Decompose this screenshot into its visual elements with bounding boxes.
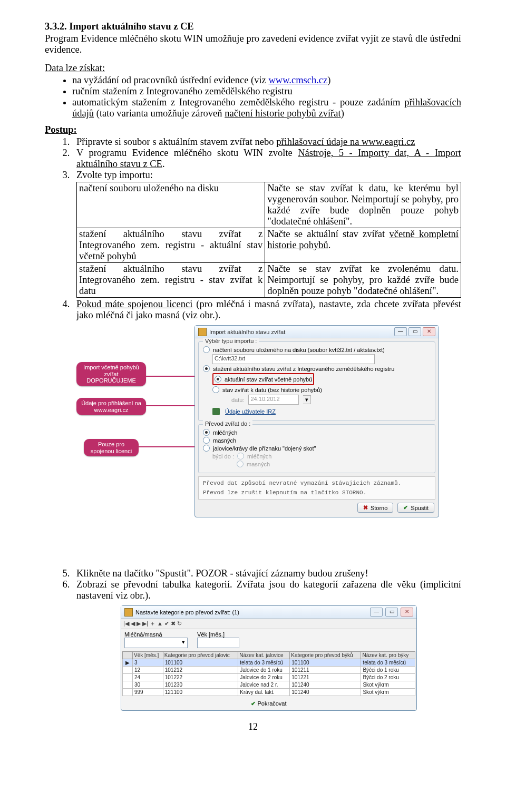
spustit-button[interactable]: ✔ Spustit [397,503,434,513]
check-icon-2: ✔ [251,700,256,707]
radio-byci-masnych-label: masných [247,461,270,467]
radio-jalovice[interactable] [203,445,210,452]
radio-izr-kdatu-row[interactable]: stav zvířat k datu (bez historie pohybů) [212,386,431,393]
select-mlecna[interactable]: ▾ [124,638,188,648]
th-2[interactable]: Název kat. jalovice [238,652,290,659]
bullet-1: na vyžádání od pracovníků ústřední evide… [72,75,461,86]
dialog2-titlebar[interactable]: Nastavte kategorie pro převod zvířat: (1… [121,606,416,619]
table-r2c1: stažení aktuálního stavu zvířat z Integr… [77,228,265,263]
cell: Krávy dal. lakt. [238,689,290,696]
radio-jalovice-label: jalovice/krávy dle příznaku "dojený skot… [213,445,316,452]
highlight-actual-row: aktuální stav zvířat včetně pohybů [212,373,314,385]
radio-jalovice-row[interactable]: jalovice/krávy dle příznaku "dojený skot… [203,445,431,452]
callout-import-pohyby: Import včetně pohybů zvířat DOPORUČUJEME [76,362,146,386]
callout-3-text: Pouze pro spojenou licenci [91,441,132,454]
minimize-button[interactable]: — [394,327,407,336]
cell: Býčci do 2 roku [361,674,415,681]
import-type-table: načtení souboru uloženého na disku Načte… [76,182,461,298]
table-row[interactable]: 24 101222 Jalovice do 2 roku 101221 Býčc… [123,674,415,681]
dialog-title: Import aktuálního stavu zvířat [209,329,392,335]
cell: 101221 [290,674,361,681]
msg-line-2: Převod lze zrušit klepnutím na tlačítko … [203,490,431,496]
close-button-2[interactable]: ✕ [401,608,413,617]
maximize-button[interactable]: ▭ [408,327,421,336]
step-3: Zvolte typ importu: načtení souboru ulož… [72,170,461,298]
table-row[interactable]: 12 101212 Jalovice do 1 roku 101211 Býčc… [123,667,415,674]
bullet-3-pre: automatickým stažením z Integrovaného ze… [72,97,404,107]
radio-file-row[interactable]: načtení souboru uloženého na disku (soub… [203,346,431,353]
radio-izr[interactable] [203,365,210,372]
radio-masnych-label: masných [213,437,236,444]
radio-mlecnych-row[interactable]: mléčných [203,429,431,436]
check-icon: ✔ [403,504,408,511]
cell: 101240 [290,689,361,696]
date-picker-button[interactable]: ▾ [303,395,311,404]
byci-label: býci do : [212,453,234,459]
irz-link[interactable]: Údaje uživatele IRZ [225,408,276,415]
cell: telata do 3 měsíců [361,659,415,667]
date-input[interactable]: 24.10.2012 [248,395,299,405]
cell: 121100 [163,689,238,696]
radio-izr-actual-row[interactable]: aktuální stav zvířat včetně pohybů [215,376,312,383]
postup-label: Postup: [45,124,461,135]
radio-izr-actual[interactable] [215,376,221,383]
path-input[interactable]: C:\kvtt32.txt [212,354,375,364]
radio-file[interactable] [203,346,210,353]
cell: telata do 3 měsíců [238,659,290,667]
close-button[interactable]: ✕ [423,327,435,336]
dialog-titlebar[interactable]: Import aktuálního stavu zvířat — ▭ ✕ [195,326,439,338]
dialog2-navbar[interactable]: |◀ ◀ ▶ ▶| ＋ ▲ ✔ ✖ ↻ [121,619,416,629]
table-row[interactable]: 999 121100 Krávy dal. lakt. 101240 Skot … [123,689,415,696]
table-r2c2: Načte se aktuální stav zvířat včetně kom… [265,228,461,263]
th-3[interactable]: Kategorie pro převod býků [290,652,361,659]
step-1-u: přihlašovací údaje na www.eagri.cz [276,136,415,147]
window-icon [198,328,207,336]
th-1[interactable]: Kategorie pro převod jalovic [163,652,238,659]
dialog-import: Import aktuálního stavu zvířat — ▭ ✕ Výb… [194,325,439,517]
step-3-text: Zvolte typ importu: [76,170,153,180]
cell: Jalovice do 2 roku [238,674,290,681]
radio-izr-row[interactable]: stažení aktuálního stavu zvířat z Integr… [203,365,431,372]
table-r3c2: Načte se stav zvířat ke zvolenému datu. … [265,263,461,298]
step-4-u: Pokud máte spojenou licenci [76,299,192,309]
ctrl-vek-label: Věk [měs.] [197,631,239,638]
dialog1-area: Import včetně pohybů zvířat DOPORUČUJEME… [76,325,461,565]
th-4[interactable]: Název kat. pro býky [361,652,415,659]
dialog2-title: Nastavte kategorie pro převod zvířat: (1… [135,609,367,615]
maximize-button-2[interactable]: ▭ [385,608,398,617]
radio-mlecnych[interactable] [203,429,210,436]
irz-link-row[interactable]: Údaje uživatele IRZ [212,408,431,415]
page-number: 12 [45,721,461,732]
input-vek[interactable] [197,638,239,648]
th-0[interactable]: Věk [měs.] [133,652,163,659]
radio-masnych[interactable] [203,437,210,444]
cell: 101211 [290,667,361,674]
data-lead: Data lze získat: [45,63,461,74]
step-2-post: . [162,159,165,169]
spustit-label: Spustit [411,505,429,511]
msg-line-1: Převod dat způsobí nevratné vymazání stá… [203,480,431,486]
callout-spojena-licence: Pouze pro spojenou licenci [84,439,139,456]
date-label: datu: [231,397,244,403]
table-row[interactable]: 30 101230 Jalovice nad 2 r. 101240 Skot … [123,681,415,689]
table-r2c2-pre: Načte se aktuální stav zvířat [267,229,389,239]
cell: 101100 [290,659,361,667]
step-1-pre: Připravte si soubor s aktuálním stavem z… [76,136,276,147]
cell: 30 [133,681,163,689]
cell: 12 [133,667,163,674]
cell: 101222 [163,674,238,681]
callout-eagri: Údaje pro přihlášení na www.eagri.cz [76,398,146,415]
fieldset-import-type: Výběr typu importu : načtení souboru ulo… [198,341,435,421]
step-2-pre: V programu Evidence mléčného skotu WIN z… [76,148,298,158]
row-marker: ▶ [123,659,133,667]
radio-masnych-row[interactable]: masných [203,437,431,444]
storno-button[interactable]: ✖ Storno [357,503,393,513]
pokracovat-button[interactable]: ✔ Pokračovat [251,700,286,707]
link-cmsch[interactable]: www.cmsch.cz [268,75,327,85]
minimize-button-2[interactable]: — [370,608,383,617]
fieldset-prevod-legend: Převod zvířat do : [203,420,252,427]
bullet-2: ručním stažením z Integrovaného zeměděls… [72,86,461,97]
radio-izr-kdatu[interactable] [212,386,219,393]
fieldset-import-legend: Výběr typu importu : [203,338,259,344]
table-row[interactable]: ▶ 3 101100 telata do 3 měsíců 101100 tel… [123,659,415,667]
